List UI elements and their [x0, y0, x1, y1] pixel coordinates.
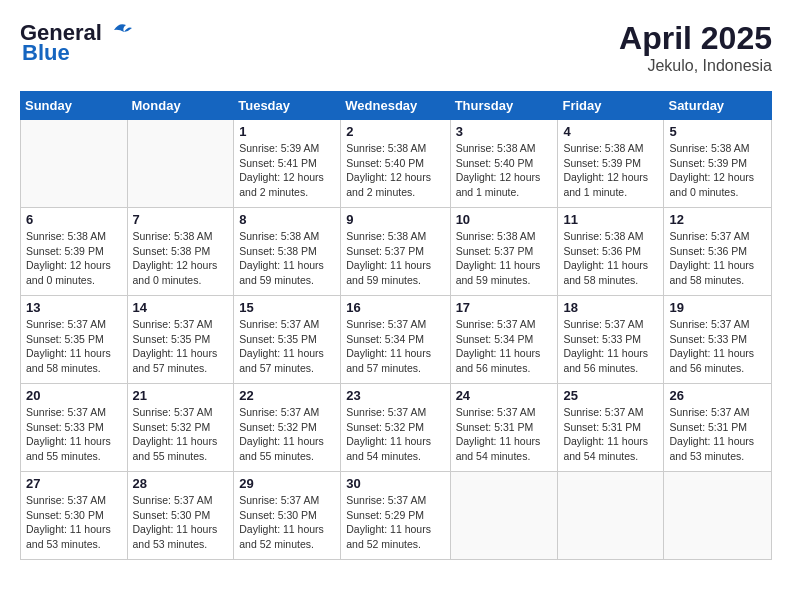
day-number: 29	[239, 476, 335, 491]
day-detail: Sunrise: 5:37 AM Sunset: 5:32 PM Dayligh…	[346, 405, 444, 464]
day-number: 4	[563, 124, 658, 139]
calendar-cell: 28Sunrise: 5:37 AM Sunset: 5:30 PM Dayli…	[127, 472, 234, 560]
day-number: 26	[669, 388, 766, 403]
day-number: 15	[239, 300, 335, 315]
day-detail: Sunrise: 5:37 AM Sunset: 5:30 PM Dayligh…	[239, 493, 335, 552]
calendar-cell: 9Sunrise: 5:38 AM Sunset: 5:37 PM Daylig…	[341, 208, 450, 296]
day-detail: Sunrise: 5:37 AM Sunset: 5:33 PM Dayligh…	[669, 317, 766, 376]
calendar-week-row: 20Sunrise: 5:37 AM Sunset: 5:33 PM Dayli…	[21, 384, 772, 472]
day-detail: Sunrise: 5:38 AM Sunset: 5:39 PM Dayligh…	[669, 141, 766, 200]
day-detail: Sunrise: 5:37 AM Sunset: 5:30 PM Dayligh…	[26, 493, 122, 552]
day-detail: Sunrise: 5:37 AM Sunset: 5:29 PM Dayligh…	[346, 493, 444, 552]
header-monday: Monday	[127, 92, 234, 120]
day-number: 21	[133, 388, 229, 403]
day-detail: Sunrise: 5:37 AM Sunset: 5:34 PM Dayligh…	[456, 317, 553, 376]
calendar-cell: 18Sunrise: 5:37 AM Sunset: 5:33 PM Dayli…	[558, 296, 664, 384]
day-detail: Sunrise: 5:37 AM Sunset: 5:35 PM Dayligh…	[133, 317, 229, 376]
calendar-cell: 26Sunrise: 5:37 AM Sunset: 5:31 PM Dayli…	[664, 384, 772, 472]
calendar-cell: 21Sunrise: 5:37 AM Sunset: 5:32 PM Dayli…	[127, 384, 234, 472]
header-sunday: Sunday	[21, 92, 128, 120]
header-thursday: Thursday	[450, 92, 558, 120]
calendar-cell: 20Sunrise: 5:37 AM Sunset: 5:33 PM Dayli…	[21, 384, 128, 472]
day-number: 6	[26, 212, 122, 227]
day-number: 22	[239, 388, 335, 403]
day-number: 16	[346, 300, 444, 315]
calendar-header-row: SundayMondayTuesdayWednesdayThursdayFrid…	[21, 92, 772, 120]
header-wednesday: Wednesday	[341, 92, 450, 120]
logo: General Blue	[20, 20, 134, 66]
calendar-cell	[127, 120, 234, 208]
calendar-cell: 6Sunrise: 5:38 AM Sunset: 5:39 PM Daylig…	[21, 208, 128, 296]
day-detail: Sunrise: 5:37 AM Sunset: 5:30 PM Dayligh…	[133, 493, 229, 552]
calendar-cell: 12Sunrise: 5:37 AM Sunset: 5:36 PM Dayli…	[664, 208, 772, 296]
day-number: 18	[563, 300, 658, 315]
day-number: 5	[669, 124, 766, 139]
day-number: 12	[669, 212, 766, 227]
calendar-cell: 30Sunrise: 5:37 AM Sunset: 5:29 PM Dayli…	[341, 472, 450, 560]
month-title: April 2025	[619, 20, 772, 57]
day-number: 20	[26, 388, 122, 403]
calendar-cell: 23Sunrise: 5:37 AM Sunset: 5:32 PM Dayli…	[341, 384, 450, 472]
page-header: General Blue April 2025 Jekulo, Indonesi…	[20, 20, 772, 75]
header-tuesday: Tuesday	[234, 92, 341, 120]
day-detail: Sunrise: 5:37 AM Sunset: 5:31 PM Dayligh…	[563, 405, 658, 464]
day-number: 25	[563, 388, 658, 403]
header-saturday: Saturday	[664, 92, 772, 120]
calendar-cell	[558, 472, 664, 560]
calendar-cell	[450, 472, 558, 560]
day-detail: Sunrise: 5:38 AM Sunset: 5:40 PM Dayligh…	[456, 141, 553, 200]
calendar-cell: 2Sunrise: 5:38 AM Sunset: 5:40 PM Daylig…	[341, 120, 450, 208]
calendar-cell: 16Sunrise: 5:37 AM Sunset: 5:34 PM Dayli…	[341, 296, 450, 384]
day-number: 3	[456, 124, 553, 139]
calendar-cell	[21, 120, 128, 208]
day-number: 11	[563, 212, 658, 227]
day-detail: Sunrise: 5:37 AM Sunset: 5:33 PM Dayligh…	[563, 317, 658, 376]
calendar-cell	[664, 472, 772, 560]
day-number: 10	[456, 212, 553, 227]
calendar-cell: 1Sunrise: 5:39 AM Sunset: 5:41 PM Daylig…	[234, 120, 341, 208]
logo-bird-icon	[104, 20, 134, 40]
day-detail: Sunrise: 5:37 AM Sunset: 5:33 PM Dayligh…	[26, 405, 122, 464]
calendar-cell: 24Sunrise: 5:37 AM Sunset: 5:31 PM Dayli…	[450, 384, 558, 472]
day-detail: Sunrise: 5:37 AM Sunset: 5:34 PM Dayligh…	[346, 317, 444, 376]
calendar-cell: 27Sunrise: 5:37 AM Sunset: 5:30 PM Dayli…	[21, 472, 128, 560]
day-detail: Sunrise: 5:38 AM Sunset: 5:38 PM Dayligh…	[239, 229, 335, 288]
day-detail: Sunrise: 5:37 AM Sunset: 5:35 PM Dayligh…	[26, 317, 122, 376]
calendar-cell: 22Sunrise: 5:37 AM Sunset: 5:32 PM Dayli…	[234, 384, 341, 472]
calendar-cell: 3Sunrise: 5:38 AM Sunset: 5:40 PM Daylig…	[450, 120, 558, 208]
day-number: 27	[26, 476, 122, 491]
location-subtitle: Jekulo, Indonesia	[619, 57, 772, 75]
logo-text-blue: Blue	[22, 40, 134, 66]
day-detail: Sunrise: 5:37 AM Sunset: 5:36 PM Dayligh…	[669, 229, 766, 288]
calendar-cell: 5Sunrise: 5:38 AM Sunset: 5:39 PM Daylig…	[664, 120, 772, 208]
calendar-cell: 17Sunrise: 5:37 AM Sunset: 5:34 PM Dayli…	[450, 296, 558, 384]
calendar-cell: 25Sunrise: 5:37 AM Sunset: 5:31 PM Dayli…	[558, 384, 664, 472]
logo-name: General Blue	[20, 20, 134, 66]
calendar-cell: 11Sunrise: 5:38 AM Sunset: 5:36 PM Dayli…	[558, 208, 664, 296]
day-detail: Sunrise: 5:38 AM Sunset: 5:36 PM Dayligh…	[563, 229, 658, 288]
day-number: 14	[133, 300, 229, 315]
day-detail: Sunrise: 5:38 AM Sunset: 5:39 PM Dayligh…	[563, 141, 658, 200]
day-number: 7	[133, 212, 229, 227]
day-detail: Sunrise: 5:39 AM Sunset: 5:41 PM Dayligh…	[239, 141, 335, 200]
day-detail: Sunrise: 5:37 AM Sunset: 5:35 PM Dayligh…	[239, 317, 335, 376]
day-detail: Sunrise: 5:37 AM Sunset: 5:32 PM Dayligh…	[133, 405, 229, 464]
day-number: 8	[239, 212, 335, 227]
day-number: 2	[346, 124, 444, 139]
day-number: 19	[669, 300, 766, 315]
header-friday: Friday	[558, 92, 664, 120]
calendar-week-row: 1Sunrise: 5:39 AM Sunset: 5:41 PM Daylig…	[21, 120, 772, 208]
day-number: 17	[456, 300, 553, 315]
calendar-cell: 15Sunrise: 5:37 AM Sunset: 5:35 PM Dayli…	[234, 296, 341, 384]
day-detail: Sunrise: 5:38 AM Sunset: 5:40 PM Dayligh…	[346, 141, 444, 200]
calendar-week-row: 13Sunrise: 5:37 AM Sunset: 5:35 PM Dayli…	[21, 296, 772, 384]
day-detail: Sunrise: 5:37 AM Sunset: 5:31 PM Dayligh…	[456, 405, 553, 464]
calendar-cell: 10Sunrise: 5:38 AM Sunset: 5:37 PM Dayli…	[450, 208, 558, 296]
calendar-week-row: 6Sunrise: 5:38 AM Sunset: 5:39 PM Daylig…	[21, 208, 772, 296]
calendar-cell: 4Sunrise: 5:38 AM Sunset: 5:39 PM Daylig…	[558, 120, 664, 208]
day-detail: Sunrise: 5:37 AM Sunset: 5:32 PM Dayligh…	[239, 405, 335, 464]
day-number: 1	[239, 124, 335, 139]
calendar-cell: 29Sunrise: 5:37 AM Sunset: 5:30 PM Dayli…	[234, 472, 341, 560]
day-number: 28	[133, 476, 229, 491]
day-number: 24	[456, 388, 553, 403]
